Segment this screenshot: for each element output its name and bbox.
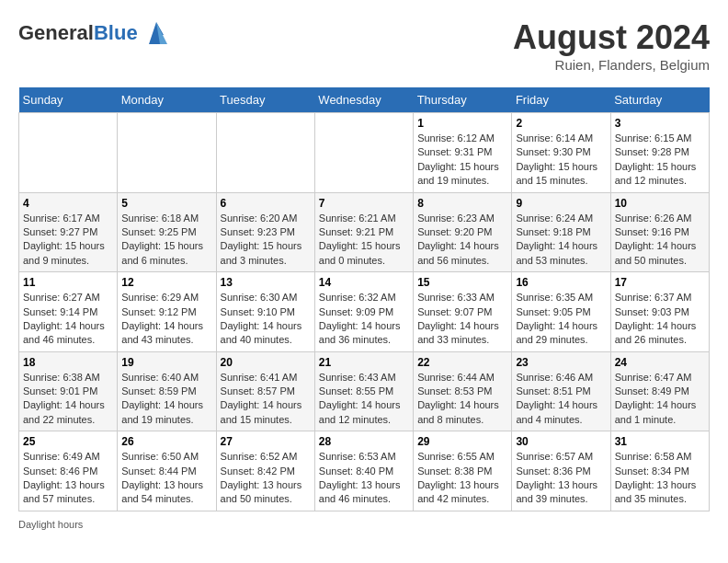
day-number: 1: [417, 117, 507, 130]
calendar-cell: 28Sunrise: 6:53 AM Sunset: 8:40 PM Dayli…: [314, 431, 413, 511]
calendar-cell: 23Sunrise: 6:46 AM Sunset: 8:51 PM Dayli…: [512, 351, 610, 431]
weekday-header-friday: Friday: [512, 87, 610, 113]
day-number: 25: [23, 435, 113, 448]
weekday-row: SundayMondayTuesdayWednesdayThursdayFrid…: [19, 87, 710, 113]
day-info: Sunrise: 6:20 AM Sunset: 9:23 PM Dayligh…: [221, 212, 311, 269]
day-number: 31: [615, 435, 705, 448]
calendar-cell: 31Sunrise: 6:58 AM Sunset: 8:34 PM Dayli…: [610, 431, 709, 511]
day-info: Sunrise: 6:40 AM Sunset: 8:59 PM Dayligh…: [121, 371, 211, 428]
day-number: 10: [615, 197, 705, 210]
week-row-5: 25Sunrise: 6:49 AM Sunset: 8:46 PM Dayli…: [19, 431, 710, 511]
calendar-cell: 27Sunrise: 6:52 AM Sunset: 8:42 PM Dayli…: [216, 431, 314, 511]
day-info: Sunrise: 6:46 AM Sunset: 8:51 PM Dayligh…: [516, 371, 606, 428]
day-number: 24: [615, 356, 705, 369]
calendar-cell: 5Sunrise: 6:18 AM Sunset: 9:25 PM Daylig…: [118, 192, 216, 272]
day-info: Sunrise: 6:33 AM Sunset: 9:07 PM Dayligh…: [417, 291, 507, 348]
calendar-cell: 8Sunrise: 6:23 AM Sunset: 9:20 PM Daylig…: [414, 192, 512, 272]
day-info: Sunrise: 6:37 AM Sunset: 9:03 PM Dayligh…: [615, 291, 705, 348]
week-row-4: 18Sunrise: 6:38 AM Sunset: 9:01 PM Dayli…: [19, 351, 710, 431]
weekday-header-saturday: Saturday: [610, 87, 709, 113]
day-info: Sunrise: 6:44 AM Sunset: 8:53 PM Dayligh…: [417, 371, 507, 428]
logo-blue: Blue: [94, 21, 138, 44]
calendar-cell: 21Sunrise: 6:43 AM Sunset: 8:55 PM Dayli…: [314, 351, 413, 431]
calendar-cell: 29Sunrise: 6:55 AM Sunset: 8:38 PM Dayli…: [414, 431, 512, 511]
calendar-cell: 16Sunrise: 6:35 AM Sunset: 9:05 PM Dayli…: [512, 272, 610, 352]
day-number: 22: [417, 356, 507, 369]
weekday-header-monday: Monday: [118, 87, 216, 113]
day-info: Sunrise: 6:43 AM Sunset: 8:55 PM Dayligh…: [319, 371, 409, 428]
day-info: Sunrise: 6:57 AM Sunset: 8:36 PM Dayligh…: [516, 450, 606, 507]
weekday-header-thursday: Thursday: [414, 87, 512, 113]
day-number: 13: [221, 276, 311, 289]
calendar-cell: 14Sunrise: 6:32 AM Sunset: 9:09 PM Dayli…: [314, 272, 413, 352]
calendar-cell: 17Sunrise: 6:37 AM Sunset: 9:03 PM Dayli…: [610, 272, 709, 352]
calendar-cell: 10Sunrise: 6:26 AM Sunset: 9:16 PM Dayli…: [610, 192, 709, 272]
calendar-cell: [314, 113, 413, 193]
day-info: Sunrise: 6:24 AM Sunset: 9:18 PM Dayligh…: [516, 212, 606, 269]
calendar-cell: 25Sunrise: 6:49 AM Sunset: 8:46 PM Dayli…: [19, 431, 118, 511]
calendar-cell: 3Sunrise: 6:15 AM Sunset: 9:28 PM Daylig…: [610, 113, 709, 193]
day-number: 7: [319, 197, 409, 210]
day-info: Sunrise: 6:55 AM Sunset: 8:38 PM Dayligh…: [417, 450, 507, 507]
day-number: 18: [23, 356, 113, 369]
day-info: Sunrise: 6:35 AM Sunset: 9:05 PM Dayligh…: [516, 291, 606, 348]
day-number: 30: [516, 435, 606, 448]
calendar-header: SundayMondayTuesdayWednesdayThursdayFrid…: [19, 87, 710, 113]
calendar-cell: 9Sunrise: 6:24 AM Sunset: 9:18 PM Daylig…: [512, 192, 610, 272]
calendar-cell: 19Sunrise: 6:40 AM Sunset: 8:59 PM Dayli…: [118, 351, 216, 431]
day-info: Sunrise: 6:53 AM Sunset: 8:40 PM Dayligh…: [319, 450, 409, 507]
calendar-cell: 13Sunrise: 6:30 AM Sunset: 9:10 PM Dayli…: [216, 272, 314, 352]
day-info: Sunrise: 6:21 AM Sunset: 9:21 PM Dayligh…: [319, 212, 409, 269]
day-number: 29: [417, 435, 507, 448]
footer: Daylight hours: [18, 519, 710, 530]
day-info: Sunrise: 6:49 AM Sunset: 8:46 PM Dayligh…: [23, 450, 113, 507]
week-row-2: 4Sunrise: 6:17 AM Sunset: 9:27 PM Daylig…: [19, 192, 710, 272]
logo: GeneralBlue: [18, 18, 171, 48]
day-info: Sunrise: 6:41 AM Sunset: 8:57 PM Dayligh…: [221, 371, 311, 428]
calendar-body: 1Sunrise: 6:12 AM Sunset: 9:31 PM Daylig…: [19, 113, 710, 511]
day-number: 12: [121, 276, 211, 289]
day-number: 19: [121, 356, 211, 369]
day-number: 20: [221, 356, 311, 369]
day-number: 11: [23, 276, 113, 289]
day-info: Sunrise: 6:38 AM Sunset: 9:01 PM Dayligh…: [23, 371, 113, 428]
day-number: 27: [221, 435, 311, 448]
weekday-header-tuesday: Tuesday: [216, 87, 314, 113]
day-info: Sunrise: 6:50 AM Sunset: 8:44 PM Dayligh…: [121, 450, 211, 507]
calendar-cell: 11Sunrise: 6:27 AM Sunset: 9:14 PM Dayli…: [19, 272, 118, 352]
calendar-cell: 18Sunrise: 6:38 AM Sunset: 9:01 PM Dayli…: [19, 351, 118, 431]
day-info: Sunrise: 6:23 AM Sunset: 9:20 PM Dayligh…: [417, 212, 507, 269]
day-info: Sunrise: 6:14 AM Sunset: 9:30 PM Dayligh…: [516, 132, 606, 189]
weekday-header-wednesday: Wednesday: [314, 87, 413, 113]
logo-icon: [142, 18, 171, 48]
calendar-cell: 20Sunrise: 6:41 AM Sunset: 8:57 PM Dayli…: [216, 351, 314, 431]
calendar-cell: 6Sunrise: 6:20 AM Sunset: 9:23 PM Daylig…: [216, 192, 314, 272]
week-row-3: 11Sunrise: 6:27 AM Sunset: 9:14 PM Dayli…: [19, 272, 710, 352]
location: Ruien, Flanders, Belgium: [513, 57, 710, 73]
day-number: 5: [121, 197, 211, 210]
day-number: 17: [615, 276, 705, 289]
day-number: 23: [516, 356, 606, 369]
calendar-cell: 1Sunrise: 6:12 AM Sunset: 9:31 PM Daylig…: [414, 113, 512, 193]
day-info: Sunrise: 6:58 AM Sunset: 8:34 PM Dayligh…: [615, 450, 705, 507]
day-number: 2: [516, 117, 606, 130]
day-info: Sunrise: 6:52 AM Sunset: 8:42 PM Dayligh…: [221, 450, 311, 507]
day-number: 16: [516, 276, 606, 289]
calendar-cell: [216, 113, 314, 193]
week-row-1: 1Sunrise: 6:12 AM Sunset: 9:31 PM Daylig…: [19, 113, 710, 193]
day-info: Sunrise: 6:26 AM Sunset: 9:16 PM Dayligh…: [615, 212, 705, 269]
day-number: 28: [319, 435, 409, 448]
day-number: 21: [319, 356, 409, 369]
weekday-header-sunday: Sunday: [19, 87, 118, 113]
day-number: 15: [417, 276, 507, 289]
month-title: August 2024: [513, 18, 710, 57]
calendar-cell: [118, 113, 216, 193]
day-number: 14: [319, 276, 409, 289]
calendar-cell: 4Sunrise: 6:17 AM Sunset: 9:27 PM Daylig…: [19, 192, 118, 272]
day-info: Sunrise: 6:32 AM Sunset: 9:09 PM Dayligh…: [319, 291, 409, 348]
day-info: Sunrise: 6:47 AM Sunset: 8:49 PM Dayligh…: [615, 371, 705, 428]
day-number: 8: [417, 197, 507, 210]
calendar-cell: 24Sunrise: 6:47 AM Sunset: 8:49 PM Dayli…: [610, 351, 709, 431]
day-number: 9: [516, 197, 606, 210]
calendar-cell: [19, 113, 118, 193]
